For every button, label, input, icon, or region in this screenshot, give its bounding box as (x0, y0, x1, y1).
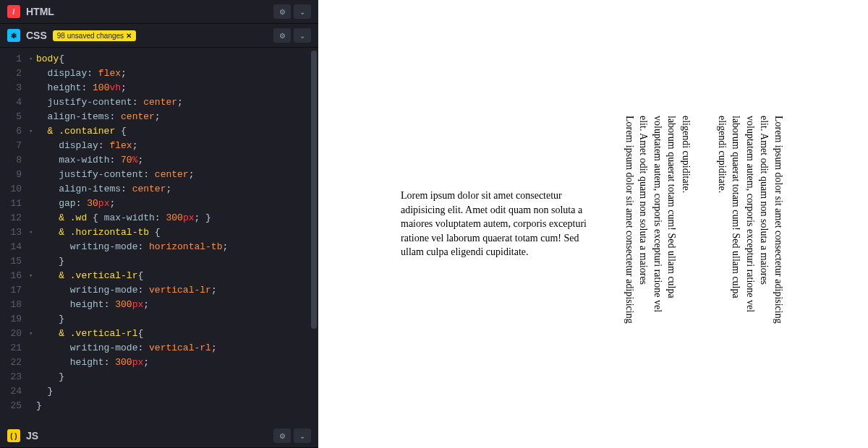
scrollbar[interactable] (311, 51, 317, 421)
line-number: 9 (0, 168, 29, 182)
code-line[interactable]: 25} (0, 399, 318, 413)
css-code-editor[interactable]: 1▾body{2 display: flex;3 height: 100vh;4… (0, 48, 318, 424)
line-number: 14 (0, 240, 29, 254)
code-line[interactable]: 9 justify-content: center; (0, 168, 318, 182)
scrollbar-thumb[interactable] (311, 51, 317, 329)
line-number: 16 (0, 269, 29, 283)
line-number: 1 (0, 52, 29, 66)
fold-icon (29, 211, 36, 225)
code-line[interactable]: 1▾body{ (0, 52, 318, 66)
fold-icon (29, 182, 36, 197)
fold-icon (29, 66, 36, 81)
line-number: 22 (0, 356, 29, 370)
html-settings-button[interactable]: ⚙ (273, 4, 291, 19)
fold-icon (29, 110, 36, 124)
code-content: height: 300px; (36, 356, 149, 370)
fold-icon[interactable]: ▾ (29, 52, 36, 66)
code-line[interactable]: 15 } (0, 254, 318, 269)
code-content: justify-content: center; (36, 95, 183, 110)
unsaved-changes-badge[interactable]: 98 unsaved changes ✕ (53, 30, 136, 41)
code-content: display: flex; (36, 66, 127, 81)
line-number: 17 (0, 283, 29, 298)
code-line[interactable]: 8 max-width: 70%; (0, 153, 318, 168)
line-number: 5 (0, 110, 29, 124)
code-line[interactable]: 17 writing-mode: vertical-lr; (0, 283, 318, 298)
line-number: 4 (0, 95, 29, 110)
line-number: 19 (0, 312, 29, 327)
code-line[interactable]: 5 align-items: center; (0, 110, 318, 124)
code-line[interactable]: 2 display: flex; (0, 66, 318, 81)
code-content: } (36, 384, 53, 399)
close-icon[interactable]: ✕ (126, 32, 132, 40)
code-line[interactable]: 21 writing-mode: vertical-rl; (0, 341, 318, 356)
chevron-down-icon: ⌄ (299, 8, 305, 16)
css-settings-button[interactable]: ⚙ (273, 28, 291, 43)
code-content: & .wd { max-width: 300px; } (36, 211, 217, 225)
js-settings-button[interactable]: ⚙ (273, 428, 291, 443)
code-line[interactable]: 14 writing-mode: horizontal-tb; (0, 240, 318, 254)
html-collapse-button[interactable]: ⌄ (294, 4, 311, 19)
fold-icon[interactable]: ▾ (29, 124, 36, 139)
code-line[interactable]: 12 & .wd { max-width: 300px; } (0, 211, 318, 225)
chevron-down-icon: ⌄ (299, 432, 305, 440)
code-content: justify-content: center; (36, 168, 194, 182)
gear-icon: ⚙ (279, 432, 286, 440)
fold-icon (29, 197, 36, 211)
code-line[interactable]: 7 display: flex; (0, 139, 318, 153)
code-content: } (36, 254, 64, 269)
fold-icon[interactable]: ▾ (29, 269, 36, 283)
fold-icon (29, 168, 36, 182)
fold-icon (29, 81, 36, 95)
code-content: & .horizontal-tb { (36, 225, 161, 240)
line-number: 23 (0, 370, 29, 384)
code-content: align-items: center; (36, 182, 171, 197)
preview-vertical-rl-text: Lorem ipsum dolor sit amet consectetur a… (715, 116, 786, 332)
code-line[interactable]: 24 } (0, 384, 318, 399)
code-content: writing-mode: vertical-rl; (36, 341, 217, 356)
gear-icon: ⚙ (279, 8, 286, 16)
fold-icon[interactable]: ▾ (29, 225, 36, 240)
line-number: 24 (0, 384, 29, 399)
line-number: 18 (0, 298, 29, 312)
js-collapse-button[interactable]: ⌄ (294, 428, 311, 443)
code-line[interactable]: 11 gap: 30px; (0, 197, 318, 211)
code-line[interactable]: 16▾ & .vertical-lr{ (0, 269, 318, 283)
code-line[interactable]: 18 height: 300px; (0, 298, 318, 312)
code-content: gap: 30px; (36, 197, 115, 211)
line-number: 12 (0, 211, 29, 225)
code-line[interactable]: 20▾ & .vertical-rl{ (0, 327, 318, 341)
code-line[interactable]: 3 height: 100vh; (0, 81, 318, 95)
code-line[interactable]: 4 justify-content: center; (0, 95, 318, 110)
line-number: 13 (0, 225, 29, 240)
line-number: 15 (0, 254, 29, 269)
line-number: 2 (0, 66, 29, 81)
code-line[interactable]: 23 } (0, 370, 318, 384)
code-content: } (36, 312, 64, 327)
code-line[interactable]: 19 } (0, 312, 318, 327)
css-collapse-button[interactable]: ⌄ (294, 28, 311, 43)
js-panel-header: ( ) JS ⚙ ⌄ (0, 424, 318, 448)
line-number: 11 (0, 197, 29, 211)
preview-vertical-lr-text: Lorem ipsum dolor sit amet consectetur a… (622, 116, 693, 332)
fold-icon (29, 356, 36, 370)
html-panel-title: HTML (26, 6, 54, 17)
code-line[interactable]: 22 height: 300px; (0, 356, 318, 370)
code-content: align-items: center; (36, 110, 161, 124)
fold-icon (29, 399, 36, 413)
code-content: writing-mode: vertical-lr; (36, 283, 217, 298)
preview-pane: Lorem ipsum dolor sit amet consectetur a… (318, 0, 868, 448)
code-line[interactable]: 13▾ & .horizontal-tb { (0, 225, 318, 240)
fold-icon (29, 95, 36, 110)
code-line[interactable]: 10 align-items: center; (0, 182, 318, 197)
fold-icon (29, 312, 36, 327)
chevron-down-icon: ⌄ (299, 32, 305, 40)
code-content: & .container { (36, 124, 127, 139)
js-panel-title: JS (26, 430, 38, 441)
code-content: } (36, 399, 42, 413)
code-line[interactable]: 6▾ & .container { (0, 124, 318, 139)
fold-icon (29, 298, 36, 312)
fold-icon[interactable]: ▾ (29, 327, 36, 341)
css-panel-title: CSS (26, 30, 47, 41)
code-content: height: 300px; (36, 298, 149, 312)
js-icon: ( ) (7, 429, 20, 442)
